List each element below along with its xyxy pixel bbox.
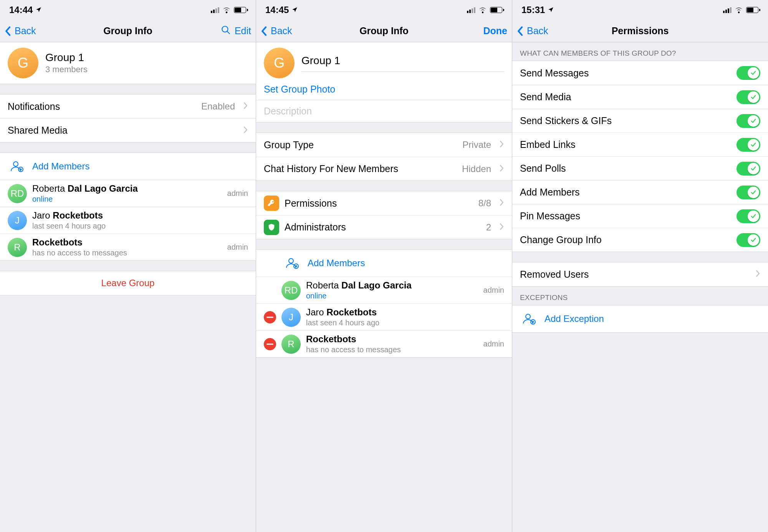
member-name: Rocketbots xyxy=(32,237,222,248)
member-avatar: RD xyxy=(281,281,301,300)
chat-history-label: Chat History For New Members xyxy=(264,163,457,174)
member-name: Rocketbots xyxy=(306,334,478,345)
edit-button[interactable]: Edit xyxy=(235,25,251,36)
chat-history-row[interactable]: Chat History For New Members Hidden xyxy=(256,157,512,181)
notifications-value: Enabled xyxy=(201,101,235,112)
member-row[interactable]: J Jaro Rocketbots last seen 4 hours ago xyxy=(0,207,256,234)
page-title: Group Info xyxy=(51,25,205,36)
back-label: Back xyxy=(527,25,548,36)
member-avatar: J xyxy=(281,308,301,327)
set-photo-row[interactable]: Set Group Photo xyxy=(256,78,512,100)
member-row[interactable]: R Rocketbots has no access to messages a… xyxy=(256,330,512,357)
member-name: Roberta Dal Lago Garcia xyxy=(306,280,478,291)
group-type-label: Group Type xyxy=(264,139,457,151)
leave-group-button[interactable]: Leave Group xyxy=(0,271,256,295)
chevron-right-icon xyxy=(500,198,504,208)
shared-media-label: Shared Media xyxy=(8,125,235,136)
member-name: Jaro Rocketbots xyxy=(306,307,499,318)
wifi-icon xyxy=(222,7,231,13)
back-button[interactable]: Back xyxy=(261,25,307,36)
toggle-switch[interactable] xyxy=(737,162,760,176)
chevron-right-icon xyxy=(500,164,504,174)
add-members-row[interactable]: Add Members xyxy=(0,153,256,180)
group-avatar[interactable]: G xyxy=(8,48,38,78)
group-avatar[interactable]: G xyxy=(264,48,295,78)
removed-users-row[interactable]: Removed Users xyxy=(512,262,768,286)
removed-users-label: Removed Users xyxy=(520,269,747,280)
member-status: online xyxy=(306,292,478,300)
back-button[interactable]: Back xyxy=(517,25,563,36)
permission-label: Add Members xyxy=(520,187,731,198)
toggle-switch[interactable] xyxy=(737,90,760,104)
group-type-row[interactable]: Group Type Private xyxy=(256,133,512,157)
permission-label: Send Messages xyxy=(520,68,731,79)
back-button[interactable]: Back xyxy=(5,25,51,36)
toggle-switch[interactable] xyxy=(737,209,760,223)
toggle-switch[interactable] xyxy=(737,114,760,128)
member-role: admin xyxy=(227,189,248,198)
member-row[interactable]: R Rocketbots has no access to messages a… xyxy=(0,234,256,260)
done-button[interactable]: Done xyxy=(483,25,508,36)
notifications-label: Notifications xyxy=(8,101,196,112)
set-photo-label: Set Group Photo xyxy=(264,84,504,95)
status-bar: 14:45 xyxy=(256,0,512,20)
administrators-row[interactable]: Administrators 2 xyxy=(256,215,512,239)
delete-icon[interactable] xyxy=(264,311,276,323)
battery-icon xyxy=(234,7,248,13)
group-header: G Group 1 3 members xyxy=(0,42,256,84)
delete-icon[interactable] xyxy=(264,338,276,350)
add-user-icon xyxy=(520,309,539,328)
chevron-right-icon xyxy=(243,126,248,136)
clock: 14:44 xyxy=(9,5,33,15)
section-header-exceptions: Exceptions xyxy=(512,287,768,305)
add-exception-row[interactable]: Add Exception xyxy=(512,305,768,332)
screen-group-info-edit: 14:45 Back Group Info Done xyxy=(256,0,512,532)
permissions-row[interactable]: Permissions 8/8 xyxy=(256,191,512,215)
member-avatar: R xyxy=(8,238,27,257)
permission-label: Send Media xyxy=(520,91,731,103)
toggle-switch[interactable] xyxy=(737,138,760,152)
group-type-value: Private xyxy=(462,139,491,150)
member-role: admin xyxy=(483,340,504,348)
status-bar: 15:31 xyxy=(512,0,768,20)
toggle-switch[interactable] xyxy=(737,233,760,247)
member-row[interactable]: RD Roberta Dal Lago Garcia online admin xyxy=(256,277,512,303)
member-status: has no access to messages xyxy=(32,249,222,257)
clock: 15:31 xyxy=(521,5,545,15)
member-name: Roberta Dal Lago Garcia xyxy=(32,183,222,194)
screen-group-info: 14:44 Back Group Info xyxy=(0,0,256,532)
signal-icon xyxy=(467,7,475,13)
status-bar: 14:44 xyxy=(0,0,256,20)
permission-row: Embed Links xyxy=(512,133,768,156)
notifications-row[interactable]: Notifications Enabled xyxy=(0,94,256,118)
member-row[interactable]: J Jaro Rocketbots last seen 4 hours ago xyxy=(256,303,512,330)
member-status: has no access to messages xyxy=(306,345,478,354)
description-row[interactable]: Description xyxy=(256,100,512,122)
key-icon xyxy=(264,196,279,211)
member-status: last seen 4 hours ago xyxy=(306,318,499,327)
permission-row: Send Polls xyxy=(512,156,768,180)
nav-bar: Back Group Info Edit xyxy=(0,20,256,42)
back-label: Back xyxy=(271,25,292,36)
permission-label: Pin Messages xyxy=(520,210,731,222)
group-name-input[interactable]: Group 1 xyxy=(301,55,504,72)
add-exception-label: Add Exception xyxy=(545,313,760,324)
permission-label: Change Group Info xyxy=(520,234,731,245)
location-icon xyxy=(548,6,554,14)
battery-icon xyxy=(746,7,760,13)
leave-group-label: Leave Group xyxy=(101,278,155,288)
search-button[interactable] xyxy=(221,25,231,37)
clock: 14:45 xyxy=(265,5,289,15)
chevron-right-icon xyxy=(756,269,760,279)
permission-row: Pin Messages xyxy=(512,204,768,228)
add-members-row[interactable]: Add Members xyxy=(256,250,512,277)
permissions-value: 8/8 xyxy=(478,198,491,209)
toggle-switch[interactable] xyxy=(737,66,760,80)
toggle-switch[interactable] xyxy=(737,186,760,199)
member-row[interactable]: RD Roberta Dal Lago Garcia online admin xyxy=(0,180,256,207)
shared-media-row[interactable]: Shared Media xyxy=(0,118,256,142)
location-icon xyxy=(292,6,298,14)
group-header-edit: G Group 1 xyxy=(256,42,512,78)
section-header-permissions: What can members of this group do? xyxy=(512,42,768,61)
signal-icon xyxy=(211,7,219,13)
